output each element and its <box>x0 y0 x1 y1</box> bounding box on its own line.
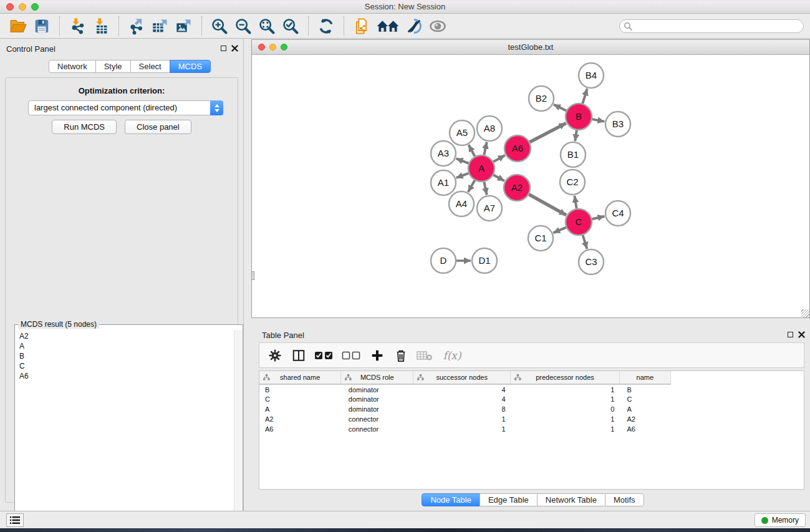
close-panel-icon[interactable] <box>231 45 238 52</box>
close-panel-icon[interactable] <box>798 331 805 338</box>
export-table-button[interactable] <box>150 16 170 36</box>
edge-A-A2[interactable] <box>493 175 504 181</box>
window-minimize-button[interactable] <box>269 44 276 51</box>
result-item[interactable]: B <box>16 351 234 361</box>
edge-A-A8[interactable] <box>484 142 486 155</box>
table-row[interactable]: A2connector11A2 <box>259 414 804 424</box>
import-network-button[interactable] <box>67 16 87 36</box>
column-header-successor-nodes[interactable]: successor nodes <box>413 371 511 384</box>
save-session-button[interactable] <box>32 16 52 36</box>
result-item[interactable]: A <box>16 341 234 351</box>
cell[interactable]: 1 <box>413 414 511 424</box>
column-header-MCDS-role[interactable]: MCDS role <box>341 371 413 384</box>
tab-network[interactable]: Network <box>49 60 96 73</box>
cell[interactable]: A6 <box>619 424 670 434</box>
delete-table-button[interactable] <box>415 346 434 365</box>
cell[interactable]: 8 <box>413 404 511 414</box>
cell[interactable]: C <box>259 394 341 404</box>
cell[interactable]: 0 <box>511 404 620 414</box>
table-row[interactable]: Adominator80A <box>259 404 804 414</box>
tab-edge-table[interactable]: Edge Table <box>480 493 538 506</box>
result-item[interactable]: C <box>16 361 234 371</box>
search-input[interactable] <box>619 19 804 33</box>
cell[interactable]: A6 <box>259 424 341 434</box>
close-panel-button[interactable]: Close panel <box>125 120 191 134</box>
window-resize-handle-left[interactable] <box>251 271 254 280</box>
tab-mcds[interactable]: MCDS <box>170 60 211 73</box>
result-item[interactable]: A6 <box>16 371 234 381</box>
tab-node-table[interactable]: Node Table <box>422 493 480 506</box>
refresh-button[interactable] <box>316 16 336 36</box>
function-builder-button[interactable]: f(x) <box>439 346 465 365</box>
app-zoom-button[interactable] <box>31 3 39 11</box>
home-view-button[interactable] <box>375 16 400 36</box>
tab-network-table[interactable]: Network Table <box>537 493 605 506</box>
edge-B-B4[interactable] <box>582 89 587 104</box>
zoom-fit-button[interactable] <box>257 16 277 36</box>
column-header-shared-name[interactable]: shared name <box>259 371 341 384</box>
edge-A6-B[interactable] <box>530 123 566 142</box>
edge-A-A4[interactable] <box>468 180 475 192</box>
select-all-checks-button[interactable] <box>313 346 335 365</box>
import-table-button[interactable] <box>91 16 111 36</box>
node-table[interactable]: shared nameMCDS rolesuccessor nodesprede… <box>259 370 804 490</box>
edge-B-B2[interactable] <box>554 105 566 111</box>
table-settings-button[interactable] <box>266 346 284 365</box>
tab-motifs[interactable]: Motifs <box>605 493 644 506</box>
task-history-button[interactable] <box>6 513 24 527</box>
edge-B-B1[interactable] <box>575 130 577 141</box>
open-session-button[interactable] <box>8 16 28 36</box>
result-scrollbar[interactable] <box>234 330 242 532</box>
tab-style[interactable]: Style <box>95 60 131 73</box>
zoom-out-button[interactable] <box>233 16 253 36</box>
edge-C-C2[interactable] <box>574 196 576 209</box>
export-image-button[interactable] <box>174 16 194 36</box>
window-close-button[interactable] <box>258 44 265 51</box>
table-row[interactable]: Cdominator41C <box>259 394 804 404</box>
deselect-checks-button[interactable] <box>340 346 363 365</box>
app-close-button[interactable] <box>6 3 14 11</box>
cell[interactable]: 4 <box>413 384 511 394</box>
column-header-predecessor-nodes[interactable]: predecessor nodes <box>511 371 620 384</box>
run-mcds-button[interactable]: Run MCDS <box>52 120 117 134</box>
network-window-titlebar[interactable]: testGlobe.txt <box>252 40 809 55</box>
column-layout-button[interactable] <box>289 346 308 365</box>
cell[interactable]: 1 <box>511 424 620 434</box>
table-row[interactable]: A6connector11A6 <box>259 424 804 434</box>
window-zoom-button[interactable] <box>281 44 287 51</box>
cell[interactable]: connector <box>341 414 413 424</box>
float-panel-icon[interactable] <box>221 46 226 51</box>
zoom-selected-button[interactable] <box>281 16 301 36</box>
zoom-in-button[interactable] <box>210 16 229 36</box>
cell[interactable]: C <box>619 394 670 404</box>
cell[interactable]: A <box>619 404 670 414</box>
cell[interactable]: 4 <box>413 394 511 404</box>
tab-select[interactable]: Select <box>130 60 170 73</box>
cell[interactable]: dominator <box>341 394 413 404</box>
float-panel-icon[interactable] <box>788 332 793 337</box>
window-resize-grip[interactable] <box>801 309 809 317</box>
memory-button[interactable]: Memory <box>755 513 806 527</box>
cell[interactable]: 1 <box>511 414 620 424</box>
cell[interactable]: B <box>259 384 341 394</box>
edge-A-A5[interactable] <box>469 145 475 156</box>
app-minimize-button[interactable] <box>19 3 26 11</box>
add-column-button[interactable] <box>368 346 387 365</box>
edge-C-C3[interactable] <box>583 235 587 249</box>
edge-A-A3[interactable] <box>456 158 468 163</box>
result-item[interactable]: A2 <box>16 331 234 341</box>
cell[interactable]: 1 <box>511 384 620 394</box>
column-header-name[interactable]: name <box>619 371 670 384</box>
edge-C-C1[interactable] <box>553 228 566 233</box>
cell[interactable]: B <box>619 384 670 394</box>
cell[interactable]: 1 <box>413 424 511 434</box>
edge-B-B3[interactable] <box>592 119 605 122</box>
clone-network-button[interactable] <box>352 16 372 36</box>
cell[interactable]: A2 <box>259 414 341 424</box>
edge-A-A6[interactable] <box>493 155 505 162</box>
cell[interactable]: 1 <box>511 394 620 404</box>
cell[interactable]: A <box>259 404 341 414</box>
show-graphics-details-button[interactable] <box>428 16 448 36</box>
edge-A-A1[interactable] <box>456 173 469 178</box>
hide-annotations-button[interactable] <box>404 16 424 36</box>
